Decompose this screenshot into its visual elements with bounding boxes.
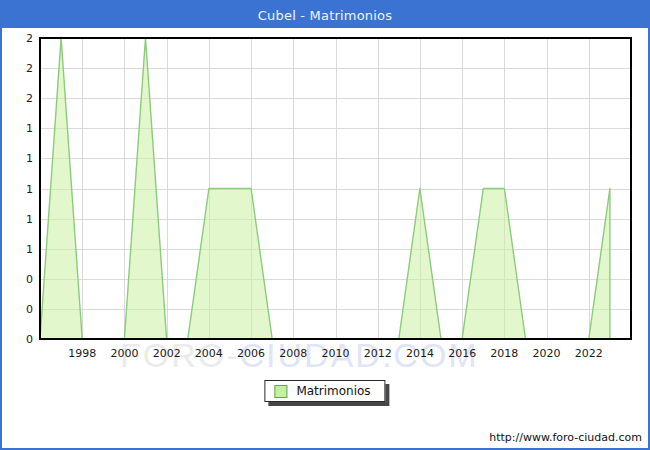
x-tick-label: 2000 [110, 347, 138, 360]
chart-legend: Matrimonios [264, 380, 385, 402]
matrimonios-series-area [40, 38, 610, 339]
x-tick-label: 2012 [364, 347, 392, 360]
source-url: http://www.foro-ciudad.com [489, 431, 642, 444]
x-tick-label: 2004 [195, 347, 223, 360]
x-tick-label: 2010 [322, 347, 350, 360]
chart-window: Cubel - Matrimonios FORO-CIUDAD.COM 2221… [0, 0, 650, 450]
legend-swatch-icon [274, 385, 287, 398]
y-tick-label: 2 [26, 62, 33, 75]
y-tick-label: 0 [26, 333, 33, 346]
x-tick-label: 2018 [490, 347, 518, 360]
x-tick-label: 2006 [237, 347, 265, 360]
legend-label: Matrimonios [296, 384, 370, 398]
y-tick-label: 0 [26, 273, 33, 286]
y-tick-label: 1 [26, 152, 33, 165]
x-tick-label: 2022 [575, 347, 603, 360]
x-tick-label: 2016 [448, 347, 476, 360]
x-tick-label: 2002 [153, 347, 181, 360]
y-tick-label: 1 [26, 183, 33, 196]
y-tick-label: 0 [26, 303, 33, 316]
y-tick-label: 1 [26, 122, 33, 135]
y-tick-label: 1 [26, 243, 33, 256]
x-tick-label: 1998 [68, 347, 96, 360]
y-tick-label: 1 [26, 213, 33, 226]
y-tick-label: 2 [26, 92, 33, 105]
y-tick-label: 2 [26, 32, 33, 45]
x-tick-label: 2008 [279, 347, 307, 360]
x-tick-label: 2020 [533, 347, 561, 360]
x-tick-label: 2014 [406, 347, 434, 360]
